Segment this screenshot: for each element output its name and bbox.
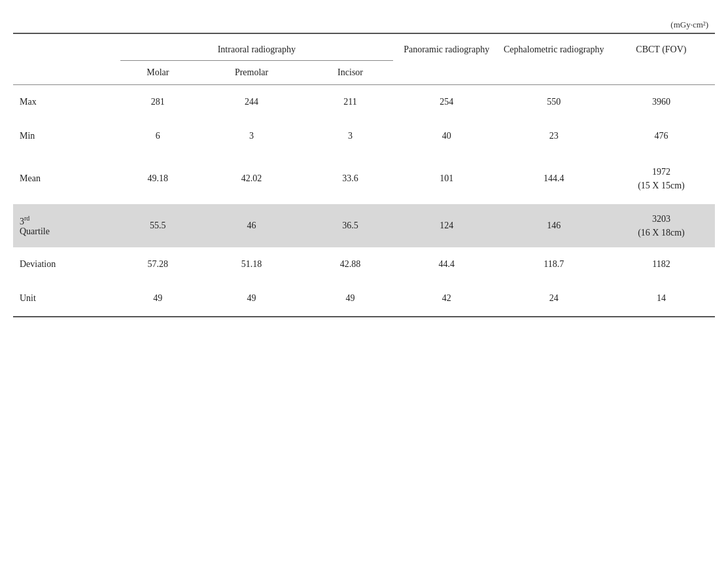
cell-panoramic: 124 — [393, 204, 500, 247]
cbct-subheader — [608, 61, 715, 85]
cell-panoramic: 44.4 — [393, 247, 500, 281]
cell-molar: 55.5 — [120, 204, 196, 247]
cell-incisor: 3 — [307, 119, 392, 153]
molar-subheader: Molar — [120, 61, 196, 85]
cephalometric-subheader — [500, 61, 608, 85]
cell-panoramic: 40 — [393, 119, 500, 153]
header-row: Intraoral radiography Panoramic radiogra… — [13, 33, 715, 61]
panoramic-header-text: Panoramic radiography — [404, 44, 489, 54]
cell-premolar: 3 — [196, 119, 308, 153]
cell-incisor: 49 — [307, 281, 392, 315]
cell-cephalometric: 23 — [500, 119, 608, 153]
cell-molar: 6 — [120, 119, 196, 153]
cell-cephalometric: 144.4 — [500, 153, 608, 204]
cbct-header: CBCT (FOV) — [608, 33, 715, 61]
table-row: Max2812442112545503960 — [13, 85, 715, 120]
cell-cephalometric: 24 — [500, 281, 608, 315]
row-label: 3rdQuartile — [13, 204, 120, 247]
intraoral-header: Intraoral radiography — [120, 33, 393, 61]
cell-incisor: 211 — [307, 85, 392, 120]
cell-panoramic: 101 — [393, 153, 500, 204]
cell-molar: 49 — [120, 281, 196, 315]
table-row: Min6334023476 — [13, 119, 715, 153]
cell-cbct: 1182 — [608, 247, 715, 281]
table-container: (mGy·cm²) Intraoral radiography Panorami… — [13, 20, 715, 317]
subheader-row: Molar Premolar Incisor — [13, 61, 715, 85]
cell-cephalometric: 146 — [500, 204, 608, 247]
cell-cbct: 476 — [608, 119, 715, 153]
cell-incisor: 42.88 — [307, 247, 392, 281]
cell-panoramic: 42 — [393, 281, 500, 315]
table-row: Mean49.1842.0233.6101144.41972(15 X 15cm… — [13, 153, 715, 204]
cephalometric-header-text: Cephalometric radiography — [504, 44, 604, 54]
cell-cephalometric: 118.7 — [500, 247, 608, 281]
data-table: Intraoral radiography Panoramic radiogra… — [13, 33, 715, 317]
premolar-subheader: Premolar — [196, 61, 308, 85]
cell-molar: 49.18 — [120, 153, 196, 204]
table-row: Deviation57.2851.1842.8844.4118.71182 — [13, 247, 715, 281]
cell-premolar: 42.02 — [196, 153, 308, 204]
cell-cephalometric: 550 — [500, 85, 608, 120]
unit-label: (mGy·cm²) — [13, 20, 715, 33]
cephalometric-header: Cephalometric radiography — [500, 33, 608, 61]
cell-premolar: 244 — [196, 85, 308, 120]
cell-molar: 281 — [120, 85, 196, 120]
cell-incisor: 33.6 — [307, 153, 392, 204]
row-label: Min — [13, 119, 120, 153]
cell-incisor: 36.5 — [307, 204, 392, 247]
cbct-header-text: CBCT (FOV) — [636, 44, 686, 54]
cell-molar: 57.28 — [120, 247, 196, 281]
cell-premolar: 51.18 — [196, 247, 308, 281]
cell-premolar: 46 — [196, 204, 308, 247]
cell-cbct: 3203(16 X 18cm) — [608, 204, 715, 247]
table-row: 3rdQuartile55.54636.51241463203(16 X 18c… — [13, 204, 715, 247]
cell-panoramic: 254 — [393, 85, 500, 120]
cell-premolar: 49 — [196, 281, 308, 315]
empty-header — [13, 33, 120, 61]
cell-cbct: 14 — [608, 281, 715, 315]
table-row: Unit494949422414 — [13, 281, 715, 315]
cell-cbct: 1972(15 X 15cm) — [608, 153, 715, 204]
row-label: Deviation — [13, 247, 120, 281]
panoramic-subheader — [393, 61, 500, 85]
final-border-row — [13, 315, 715, 317]
row-label: Mean — [13, 153, 120, 204]
row-label: Max — [13, 85, 120, 120]
cell-cbct: 3960 — [608, 85, 715, 120]
panoramic-header: Panoramic radiography — [393, 33, 500, 61]
empty-subheader — [13, 61, 120, 85]
row-label: Unit — [13, 281, 120, 315]
incisor-subheader: Incisor — [307, 61, 392, 85]
